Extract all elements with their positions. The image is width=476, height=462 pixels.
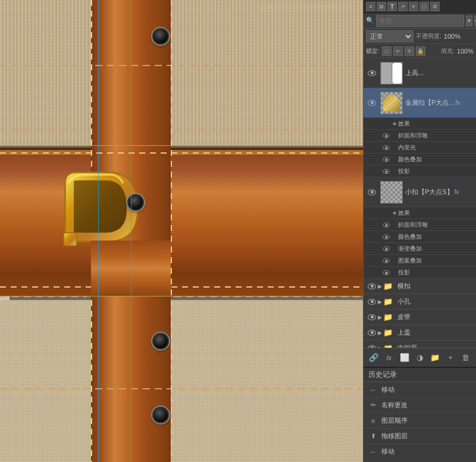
folder-icon-xiaokong: 📁 xyxy=(383,297,393,306)
panel-icon-grid[interactable]: # xyxy=(409,2,418,11)
lock-position-icon[interactable]: ✛ xyxy=(405,46,414,56)
rivet-middle xyxy=(127,194,144,211)
lock-pixel-icon[interactable]: ✏ xyxy=(393,46,403,56)
eye-koukou[interactable] xyxy=(366,283,378,289)
history-item-3[interactable]: ⬆ 拖移图层 xyxy=(364,429,476,444)
effect-eye-grad-xiaoku[interactable] xyxy=(381,246,391,252)
effect-pattern-xiaoku[interactable]: 图案叠加 xyxy=(364,255,476,267)
effect-coloroverlay-jinshukou[interactable]: 颜色叠加 xyxy=(364,154,476,166)
effect-coloroverlay-label: 颜色叠加 xyxy=(398,155,422,164)
folder-icon-pibei: 📁 xyxy=(383,313,393,321)
eye-xiaoku[interactable] xyxy=(366,189,378,195)
layer-xiaoku[interactable]: 小扣【P大点S】 fx xyxy=(364,177,476,207)
layer-info-xiaoku: 小扣【P大点S】 fx xyxy=(405,188,474,196)
group-arrow-xiaokong: ▶ xyxy=(378,299,382,305)
effect-dropshadow-label-xiaoku: 投影 xyxy=(398,269,410,277)
history-item-1[interactable]: ✏ 名称更改 xyxy=(364,398,476,413)
svg-rect-0 xyxy=(64,233,77,246)
effect-eye-bevel-xiaoku[interactable] xyxy=(381,222,391,228)
group-arrow-shanggai: ▶ xyxy=(378,330,382,336)
effect-bevel-label-xiaoku: 斜面和浮雕 xyxy=(398,221,428,229)
effect-innerglow-jinshukou[interactable]: 内发光 xyxy=(364,142,476,154)
effect-label-jinshukou: ◈ 效果 xyxy=(364,118,476,130)
panel-icon-img[interactable]: ⊞ xyxy=(377,2,386,11)
group-name-xiaokong: 小孔 xyxy=(397,297,411,306)
layer-fx-badge-jinshukou: fx xyxy=(456,99,461,106)
history-text-4: 移动 xyxy=(381,447,394,456)
effect-shadow-label: 投影 xyxy=(398,167,410,176)
effect-color-xiaoku[interactable]: 颜色叠加 xyxy=(364,231,476,243)
lock-transparent-icon[interactable]: ◻ xyxy=(382,46,392,56)
history-item-0[interactable]: ↔ 移动 xyxy=(364,382,476,398)
effect-eye-dropshadow-xiaoku[interactable] xyxy=(381,270,391,276)
new-group-icon[interactable]: 📁 xyxy=(428,351,441,364)
history-list: ↔ 移动 ✏ 名称更改 ≡ 图层顺序 ⬆ 拖移图层 ↔ 移动 xyxy=(364,382,476,462)
add-mask-icon[interactable]: ⬜ xyxy=(398,351,411,364)
folder-icon-koukou: 📁 xyxy=(383,282,393,291)
group-name-shanggai: 上盖 xyxy=(397,328,411,337)
effect-bevel-label: 斜面和浮雕 xyxy=(398,132,428,140)
guideline-vertical-2 xyxy=(131,0,131,462)
eye-xiaokong[interactable] xyxy=(366,299,378,305)
layer-jinshukou[interactable]: 金属扣【P大点... fx xyxy=(364,88,476,118)
group-xiaokong[interactable]: ▶ 📁 小孔 xyxy=(364,294,476,310)
history-item-4[interactable]: ↔ 移动 xyxy=(364,444,476,460)
panel-icon-3d[interactable]: ⬡ xyxy=(419,2,429,11)
effect-bevel-jinshukou[interactable]: 斜面和浮雕 xyxy=(364,130,476,142)
eye-jinshukou[interactable] xyxy=(366,100,378,106)
group-koukou[interactable]: ▶ 📁 横扣 xyxy=(364,279,476,294)
rivet-top xyxy=(152,28,169,45)
effect-eye-coloroverlay[interactable] xyxy=(381,157,391,163)
panel-toolbar: ≡ ⊞ T ↗ # ⬡ ⚙ xyxy=(364,0,476,13)
fx-icon[interactable]: fx xyxy=(383,351,396,364)
group-shanggai[interactable]: ▶ 📁 上盖 xyxy=(364,325,476,341)
lock-icons: ◻ ✏ ✛ 🔒 xyxy=(382,46,425,56)
eye-shangai[interactable] xyxy=(366,70,378,76)
folder-icon-shanggai: 📁 xyxy=(383,328,393,337)
link-layers-icon[interactable]: 🔗 xyxy=(367,351,380,364)
group-pibei[interactable]: ▶ 📁 皮带 xyxy=(364,310,476,325)
history-icon-drag: ⬆ xyxy=(368,432,378,441)
effect-shadow-jinshukou[interactable]: 投影 xyxy=(364,166,476,177)
history-icon-move2: ↔ xyxy=(368,447,378,457)
history-icon-move1: ↔ xyxy=(368,385,378,395)
panel-toolbar-icons: ≡ ⊞ T ↗ # ⬡ ⚙ xyxy=(366,2,440,11)
group-zhongjian[interactable]: ▶ 📁 中间层 xyxy=(364,341,476,348)
layer-fx-badge-xiaoku: fx xyxy=(455,189,459,195)
effect-grad-xiaoku[interactable]: 渐变叠加 xyxy=(364,243,476,255)
layer-info-shangai: 上高... xyxy=(405,68,474,77)
effect-eye-shadow[interactable] xyxy=(381,168,391,174)
history-icon-order: ≡ xyxy=(368,416,378,426)
effect-eye-bevel[interactable] xyxy=(381,133,391,139)
lock-label: 锁定: xyxy=(366,47,380,55)
history-text-1: 名称更改 xyxy=(381,401,408,410)
new-layer-icon[interactable]: + xyxy=(444,351,457,364)
adjustment-icon[interactable]: ◑ xyxy=(413,351,426,364)
panel-icon-settings[interactable]: ⚙ xyxy=(430,2,440,11)
effect-eye-pattern-xiaoku[interactable] xyxy=(381,258,391,264)
panel-icon-arrow[interactable]: ↗ xyxy=(398,2,408,11)
eye-pibei[interactable] xyxy=(366,314,378,320)
effect-bevel-xiaoku[interactable]: 斜面和浮雕 xyxy=(364,219,476,231)
fill-label: 填充: xyxy=(441,47,455,55)
folder-icon-zhongjian: 📁 xyxy=(383,344,393,348)
delete-layer-icon[interactable]: 🗑 xyxy=(459,351,472,364)
history-item-2[interactable]: ≡ 图层顺序 xyxy=(364,413,476,429)
effect-eye-innerglow[interactable] xyxy=(381,145,391,151)
effect-pattern-label-xiaoku: 图案叠加 xyxy=(398,257,422,265)
filter-button[interactable]: ▼ xyxy=(466,15,472,26)
search-input[interactable] xyxy=(376,15,464,27)
opacity-value: 100% xyxy=(444,33,461,40)
canvas-area: 思缘设计论坛 www.missyuan.com xyxy=(0,0,363,462)
stitch-fabric-4 xyxy=(0,388,363,389)
effect-eye-color-xiaoku[interactable] xyxy=(381,234,391,240)
lock-all-icon[interactable]: 🔒 xyxy=(416,46,425,56)
layer-thumb-jinshukou xyxy=(380,92,403,114)
blend-mode-select[interactable]: 正常 xyxy=(366,30,414,42)
effect-dropshadow-xiaoku[interactable]: 投影 xyxy=(364,267,476,279)
layer-shangai[interactable]: 上高... xyxy=(364,58,476,88)
panel-icon-T[interactable]: T xyxy=(387,2,397,11)
panel-icon-1[interactable]: ≡ xyxy=(366,2,375,11)
layer-name-shangai: 上高... xyxy=(405,68,474,77)
eye-shanggai[interactable] xyxy=(366,330,378,336)
